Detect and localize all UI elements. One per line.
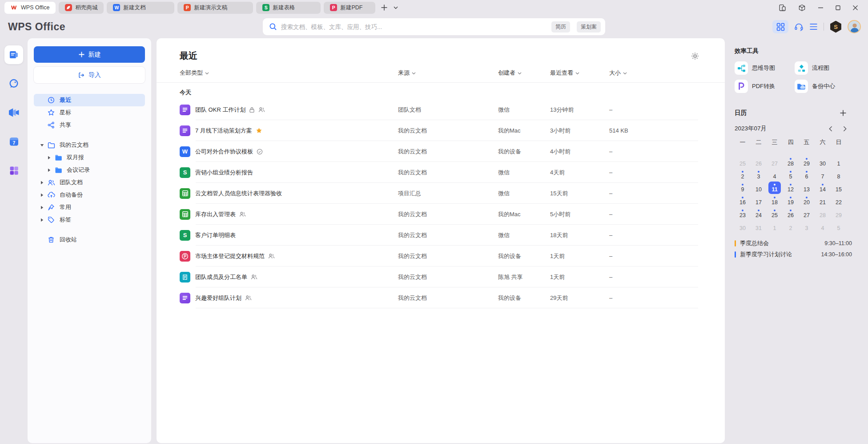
- rail-item-chat[interactable]: [4, 74, 23, 93]
- tab-docer[interactable]: 稻壳商城: [59, 2, 104, 14]
- calendar-day[interactable]: 1: [768, 220, 781, 233]
- sidebar-item-共享[interactable]: 共享: [34, 119, 145, 131]
- column-header-来源[interactable]: 来源: [398, 69, 498, 77]
- sidebar-item-会议记录[interactable]: 会议记录: [34, 164, 145, 176]
- column-header-创建者[interactable]: 创建者: [498, 69, 550, 77]
- calendar-day[interactable]: 22: [832, 194, 845, 207]
- calendar-day[interactable]: 29: [800, 156, 813, 168]
- sidebar-item-我的云文档[interactable]: 我的云文档: [34, 139, 145, 151]
- tool-flowchart[interactable]: 流程图: [795, 61, 852, 75]
- settings-button[interactable]: [691, 52, 699, 60]
- file-row[interactable]: 市场主体登记提交材料规范我的云文档我的设备1天前–: [157, 246, 725, 266]
- calendar-day[interactable]: 31: [752, 220, 765, 233]
- apps-grid-button[interactable]: [772, 20, 788, 33]
- calendar-event[interactable]: 季度总结会9:30–11:00: [735, 238, 852, 249]
- tab-writer[interactable]: W新建文档: [107, 2, 174, 14]
- calendar-day[interactable]: 3: [752, 169, 765, 181]
- rail-item-meeting[interactable]: [4, 103, 23, 122]
- devices-button[interactable]: [779, 4, 786, 12]
- search-bar[interactable]: 简历 策划案: [263, 18, 605, 35]
- calendar-day[interactable]: 14: [816, 182, 829, 194]
- caret-right-icon[interactable]: [38, 193, 45, 197]
- maximize-button[interactable]: [836, 5, 840, 10]
- tab-wps-logo[interactable]: WPS Office: [4, 2, 56, 14]
- calendar-day[interactable]: 29: [832, 207, 845, 220]
- calendar-day[interactable]: 19: [784, 194, 797, 207]
- file-row[interactable]: S客户订单明细表我的云文档微信18天前–: [157, 225, 725, 246]
- calendar-day[interactable]: 6: [800, 169, 813, 181]
- calendar-day[interactable]: 10: [752, 182, 765, 194]
- tab-presentation[interactable]: P新建演示文稿: [177, 2, 253, 14]
- calendar-next-button[interactable]: [843, 126, 847, 132]
- sidebar-item-最近[interactable]: 最近: [34, 94, 145, 106]
- search-input[interactable]: [281, 24, 545, 30]
- caret-right-icon[interactable]: [38, 206, 45, 210]
- calendar-day[interactable]: 5: [784, 169, 797, 181]
- calendar-day[interactable]: 15: [832, 182, 845, 194]
- main-menu-button[interactable]: [809, 24, 818, 30]
- calendar-prev-button[interactable]: [829, 126, 832, 132]
- filter-type-dropdown[interactable]: 全部类型: [180, 69, 398, 77]
- caret-down-icon[interactable]: [38, 144, 45, 147]
- calendar-day[interactable]: 13: [800, 182, 813, 194]
- calendar-day[interactable]: 20: [800, 194, 813, 207]
- tool-mindmap[interactable]: 思维导图: [735, 61, 792, 75]
- file-row[interactable]: 7 月线下活动策划方案我的云文档我的Mac3小时前514 KB: [157, 120, 725, 141]
- column-header-大小[interactable]: 大小: [609, 69, 698, 77]
- file-row[interactable]: 团队成员及分工名单我的云文档陈旭 共享1天前–: [157, 266, 725, 287]
- calendar-day[interactable]: 30: [816, 156, 829, 168]
- sidebar-item-团队文档[interactable]: 团队文档: [34, 176, 145, 189]
- minimize-button[interactable]: [818, 5, 824, 11]
- calendar-day[interactable]: 28: [784, 156, 797, 168]
- calendar-day[interactable]: 21: [816, 194, 829, 207]
- search-tag-plan[interactable]: 策划案: [577, 21, 601, 32]
- calendar-day[interactable]: 26: [784, 207, 797, 220]
- caret-right-icon[interactable]: [45, 156, 52, 160]
- avatar[interactable]: [848, 20, 861, 33]
- import-button[interactable]: 导入: [34, 67, 145, 83]
- tool-backup-center[interactable]: 备份中心: [795, 80, 852, 93]
- calendar-day[interactable]: 25: [736, 156, 749, 168]
- caret-right-icon[interactable]: [45, 168, 52, 172]
- vip-badge[interactable]: S: [830, 21, 842, 33]
- file-row[interactable]: W公司对外合作协议模板我的云文档我的设备4小时前–: [157, 141, 725, 162]
- sidebar-item-星标[interactable]: 星标: [34, 106, 145, 119]
- tab-pdf[interactable]: P新建PDF: [324, 2, 375, 14]
- calendar-day[interactable]: 5: [832, 220, 845, 233]
- calendar-day[interactable]: 24: [752, 207, 765, 220]
- calendar-day[interactable]: 2: [784, 220, 797, 233]
- calendar-event[interactable]: 新季度学习计划讨论14:30–16:00: [735, 249, 852, 260]
- caret-right-icon[interactable]: [38, 181, 45, 185]
- support-button[interactable]: [794, 23, 804, 31]
- calendar-day[interactable]: 4: [816, 220, 829, 233]
- calendar-day[interactable]: 11: [768, 182, 781, 194]
- tool-pdf-convert[interactable]: PDF转换: [735, 80, 792, 93]
- new-tab-button[interactable]: [378, 2, 390, 13]
- file-row[interactable]: S营销小组业绩分析报告我的云文档微信4天前–: [157, 162, 725, 183]
- new-document-button[interactable]: 新建: [34, 46, 145, 63]
- sidebar-item-常用[interactable]: 常用: [34, 201, 145, 214]
- file-row[interactable]: 团队 OKR 工作计划团队文档微信13分钟前–: [157, 99, 725, 120]
- tab-spreadsheet[interactable]: S新建表格: [256, 2, 321, 14]
- close-button[interactable]: [852, 5, 858, 11]
- rail-item-apps[interactable]: [4, 161, 23, 180]
- calendar-day[interactable]: 26: [752, 156, 765, 168]
- calendar-day[interactable]: 30: [736, 220, 749, 233]
- calendar-day[interactable]: 1: [832, 156, 845, 168]
- rail-item-documents[interactable]: [4, 45, 23, 64]
- column-header-最近查看[interactable]: 最近查看: [550, 69, 609, 77]
- calendar-day[interactable]: 25: [768, 207, 781, 220]
- calendar-day[interactable]: 2: [736, 169, 749, 181]
- calendar-day[interactable]: 17: [752, 194, 765, 207]
- calendar-day[interactable]: 23: [736, 207, 749, 220]
- rail-item-calendar[interactable]: 7: [4, 132, 23, 151]
- calendar-day[interactable]: 12: [784, 182, 797, 194]
- sidebar-item-双月报[interactable]: 双月报: [34, 151, 145, 164]
- calendar-day[interactable]: 8: [832, 169, 845, 181]
- file-row[interactable]: 库存出入管理表我的云文档我的Mac5小时前–: [157, 204, 725, 225]
- calendar-day[interactable]: 27: [800, 207, 813, 220]
- search-tag-resume[interactable]: 简历: [551, 21, 570, 32]
- calendar-day[interactable]: 28: [816, 207, 829, 220]
- calendar-day[interactable]: 18: [768, 194, 781, 207]
- tab-list-dropdown-button[interactable]: [390, 2, 402, 13]
